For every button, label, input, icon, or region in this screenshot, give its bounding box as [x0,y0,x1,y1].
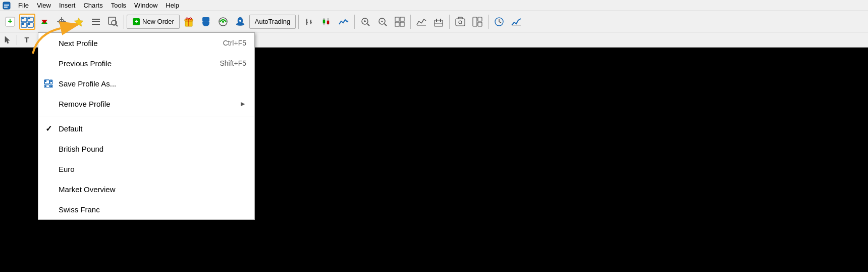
search-chart-button[interactable] [105,14,121,30]
profile-dropdown-menu: Next Profile Ctrl+F5 Previous Profile Sh… [38,32,255,220]
new-order-button[interactable]: + New Order [127,15,180,29]
menu-tools[interactable]: Tools [107,1,130,10]
menu-item-remove-profile[interactable]: Remove Profile ► [38,94,254,114]
menu-insert[interactable]: Insert [55,1,80,10]
svg-point-35 [222,21,224,23]
nav-arrows-button[interactable] [36,14,52,30]
menu-item-default[interactable]: ✓ Default [38,118,254,139]
signal-button[interactable] [215,14,231,30]
list-button[interactable] [88,14,104,30]
bar-chart-button[interactable] [301,14,317,30]
separator-4 [410,15,411,29]
market-overview-label: Market Overview [59,185,116,194]
svg-line-52 [367,24,369,26]
svg-rect-89 [45,85,46,87]
svg-rect-46 [323,20,325,23]
euro-label: Euro [59,165,75,173]
svg-rect-12 [22,23,24,25]
menu-item-market-overview[interactable]: Market Overview [38,179,254,199]
svg-rect-84 [45,80,46,82]
menubar: File View Insert Charts Tools Window Hel… [0,0,868,11]
zoom-in-button[interactable] [357,14,373,30]
svg-point-73 [459,21,462,24]
profile-button[interactable] [19,14,35,30]
menu-item-swiss-franc[interactable]: Swiss Franc [38,199,254,219]
tf-separator-1 [17,35,17,45]
tile-button[interactable] [469,14,485,30]
screenshot-button[interactable] [452,14,468,30]
line-chart-button[interactable] [336,14,352,30]
cursor-tool-button[interactable] [2,34,14,46]
svg-rect-75 [478,17,482,21]
text-tool-button[interactable]: T [20,34,34,46]
svg-rect-58 [395,22,399,26]
svg-rect-59 [400,22,404,26]
svg-rect-6 [22,18,24,19]
new-chart-button[interactable]: + [2,14,18,30]
zoom-out-button[interactable] [374,14,391,30]
autotrading-hat-button[interactable] [232,14,248,30]
periods-button[interactable] [430,14,447,30]
menu-item-euro[interactable]: Euro [38,159,254,179]
swiss-franc-label: Swiss Franc [59,205,100,214]
svg-rect-1 [4,5,9,6]
svg-line-27 [116,25,118,26]
svg-rect-69 [456,19,465,26]
separator-2 [298,15,299,29]
separator-3 [354,15,355,29]
remove-profile-label: Remove Profile [59,100,111,108]
menu-item-british-pound[interactable]: British Pound [38,139,254,159]
gift-button[interactable] [181,14,197,30]
default-checkmark: ✓ [45,124,52,133]
menu-item-save-profile-as[interactable]: Save Profile As... [38,73,254,94]
svg-rect-23 [92,21,100,22]
svg-rect-22 [92,19,100,20]
svg-marker-21 [74,18,83,26]
svg-line-62 [421,19,424,23]
svg-text:+: + [8,17,12,25]
svg-rect-7 [22,20,26,20]
default-label: Default [59,124,83,133]
svg-line-61 [419,21,421,23]
svg-rect-33 [202,17,209,22]
menu-file[interactable]: File [14,1,33,10]
main-toolbar: + [0,11,868,32]
svg-rect-2 [4,7,8,8]
svg-rect-24 [92,24,100,25]
svg-rect-74 [473,17,477,26]
menu-item-previous-profile[interactable]: Previous Profile Shift+F5 [38,53,254,73]
menu-divider-1 [38,116,254,116]
crosshair-button[interactable] [53,14,70,30]
menu-charts[interactable]: Charts [79,1,106,10]
remove-profile-submenu-arrow: ► [239,100,246,108]
save-profile-as-label: Save Profile As... [59,79,116,88]
svg-rect-87 [50,80,52,82]
fav-button[interactable] [71,14,87,30]
indicators-button[interactable] [413,14,429,30]
svg-rect-91 [50,85,52,87]
separator-6 [488,15,489,29]
chart-icon2-button[interactable] [508,14,524,30]
svg-rect-14 [28,23,30,25]
candle-chart-button[interactable] [318,14,335,30]
menu-item-next-profile[interactable]: Next Profile Ctrl+F5 [38,33,254,53]
svg-rect-76 [478,22,482,26]
previous-profile-shortcut: Shift+F5 [220,59,246,67]
menu-window[interactable]: Window [130,1,161,10]
separator-1 [124,15,124,29]
menu-view[interactable]: View [33,1,55,10]
new-order-label: New Order [142,18,174,25]
svg-text:+: + [134,18,138,25]
grid-button[interactable] [392,14,408,30]
clock-button[interactable] [491,14,507,30]
svg-rect-56 [395,17,399,21]
app-icon [2,1,11,10]
person-button[interactable] [198,14,214,30]
menu-help[interactable]: Help [161,1,183,10]
autotrading-button[interactable]: AutoTrading [249,15,296,29]
next-profile-shortcut: Ctrl+F5 [223,39,246,47]
svg-rect-57 [400,17,404,21]
svg-rect-9 [28,18,30,19]
svg-line-60 [417,21,419,25]
svg-line-55 [385,24,387,26]
